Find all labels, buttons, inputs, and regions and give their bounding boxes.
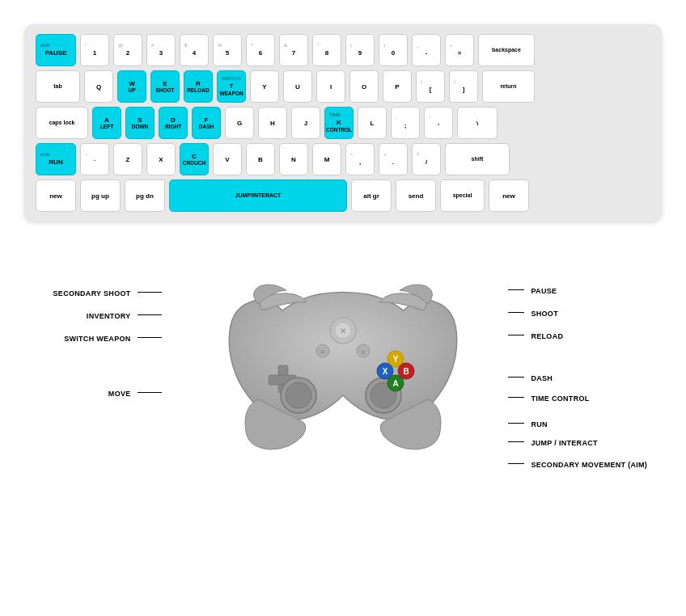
keyboard-section: shiftPAUSE!1@2#3$4%5^6&7*8(9)0_-+=backsp… [0,0,686,230]
key-c[interactable]: CCROUCH [180,143,209,175]
key-backtick[interactable]: ~` [80,143,109,175]
key-lparen[interactable]: (9 [345,34,375,66]
key-x[interactable]: X [146,143,176,175]
key-w[interactable]: WUP [117,70,146,103]
label-inventory: INVENTORY [87,312,131,320]
keyboard-row-row5: newpg uppg dnJUMP/INTERACTalt grsendspec… [36,179,650,212]
key-d[interactable]: DRIGHT [159,107,188,139]
key-hash[interactable]: #3 [146,34,176,66]
key-gthan[interactable]: >. [379,143,408,175]
controller-wrapper: SECONDARY SHOOT INVENTORY SWITCH WEAPON … [16,238,670,513]
key-a[interactable]: ALEFT [92,107,121,139]
svg-text:⊙: ⊙ [361,349,366,355]
key-at[interactable]: @2 [113,34,142,66]
key-h[interactable]: H [258,107,287,139]
key-p[interactable]: P [383,70,412,103]
key-m[interactable]: M [312,143,341,175]
svg-text:≡: ≡ [321,348,325,356]
key-z[interactable]: Z [113,143,142,175]
controller-image: ✕ ≡ ⊙ Y X B A [218,246,468,459]
key-plus[interactable]: += [445,34,474,66]
key-v[interactable]: V [213,143,242,175]
key-return[interactable]: return [482,70,535,103]
key-minus[interactable]: _- [412,34,441,66]
key-rbrace[interactable]: }] [449,70,478,103]
key-space[interactable]: JUMP/INTERACT [169,179,347,212]
key-pct[interactable]: %5 [213,34,242,66]
key-j[interactable]: J [291,107,320,139]
keyboard-row-row4: shiftRUN~`ZXCCROUCHVBNM<,>.?/shift [36,143,650,175]
label-move: MOVE [108,390,131,398]
svg-point-3 [286,382,311,408]
keyboard: shiftPAUSE!1@2#3$4%5^6&7*8(9)0_-+=backsp… [24,24,662,222]
controller-svg: ✕ ≡ ⊙ Y X B A [218,246,468,456]
keyboard-row-row2: tabQWUPESHOOTRRELOADSWITCHTWEAPONYUIOP{[… [36,70,650,103]
key-t[interactable]: SWITCHTWEAPON [217,70,246,103]
svg-text:A: A [392,379,398,388]
keyboard-row-row3: caps lockALEFTSDOWNDRIGHTFDASHGHJTIMEKCO… [36,107,650,139]
key-backspace[interactable]: backspace [478,34,535,66]
key-pause[interactable]: shiftPAUSE [36,34,76,66]
key-rparen[interactable]: )0 [379,34,408,66]
key-amp[interactable]: &7 [279,34,308,66]
key-caps[interactable]: caps lock [36,107,88,139]
controller-section: SECONDARY SHOOT INVENTORY SWITCH WEAPON … [0,230,686,529]
key-caret[interactable]: ^6 [246,34,275,66]
key-shift-r[interactable]: shift [445,143,510,175]
svg-text:✕: ✕ [340,327,346,335]
key-e[interactable]: ESHOOT [150,70,180,103]
label-jump-interact-ctrl: JUMP / INTERACT [531,439,597,447]
key-altgr[interactable]: alt gr [351,179,392,212]
key-lthan[interactable]: <, [345,143,375,175]
label-secondary-shoot: SECONDARY SHOOT [53,289,131,297]
key-dquote[interactable]: "' [424,107,453,139]
key-star[interactable]: *8 [312,34,341,66]
label-reload-ctrl: RELOAD [531,332,563,340]
key-send[interactable]: send [396,179,436,212]
label-shoot-ctrl: SHOOT [531,310,558,318]
label-time-control-ctrl: TIME CONTROL [531,394,589,403]
key-u[interactable]: U [283,70,312,103]
key-i[interactable]: I [316,70,345,103]
key-s[interactable]: SDOWN [125,107,155,139]
svg-text:B: B [403,367,409,376]
key-o[interactable]: O [349,70,379,103]
key-r[interactable]: RRELOAD [184,70,213,103]
key-pgdn[interactable]: pg dn [125,179,165,212]
key-l[interactable]: L [358,107,387,139]
key-f[interactable]: FDASH [192,107,221,139]
label-dash-ctrl: DASH [531,374,553,382]
key-excl[interactable]: !1 [80,34,109,66]
key-dollar[interactable]: $4 [180,34,209,66]
key-b[interactable]: B [246,143,275,175]
label-run-ctrl: RUN [531,420,547,428]
label-secondary-movement-ctrl: SECONDARY MOVEMENT (AIM) [531,461,647,469]
key-q[interactable]: Q [84,70,113,103]
svg-text:Y: Y [393,355,399,364]
key-colon[interactable]: :; [391,107,420,139]
key-y[interactable]: Y [250,70,279,103]
key-n[interactable]: N [279,143,308,175]
key-tab[interactable]: tab [36,70,80,103]
key-new-r[interactable]: new [489,179,529,212]
key-new-l[interactable]: new [36,179,76,212]
key-pgup[interactable]: pg up [80,179,121,212]
key-shift-l[interactable]: shiftRUN [36,143,76,175]
label-switch-weapon: SWITCH WEAPON [64,335,130,343]
keyboard-row-row1: shiftPAUSE!1@2#3$4%5^6&7*8(9)0_-+=backsp… [36,34,650,66]
key-special[interactable]: special [440,179,485,212]
label-pause-ctrl: PAUSE [531,287,557,295]
key-lbrace[interactable]: {[ [416,70,445,103]
key-qmark[interactable]: ?/ [412,143,441,175]
svg-text:X: X [383,367,388,376]
key-k[interactable]: TIMEKCONTROL [324,107,354,139]
key-g[interactable]: G [225,107,254,139]
key-bslash[interactable]: \ [457,107,498,139]
